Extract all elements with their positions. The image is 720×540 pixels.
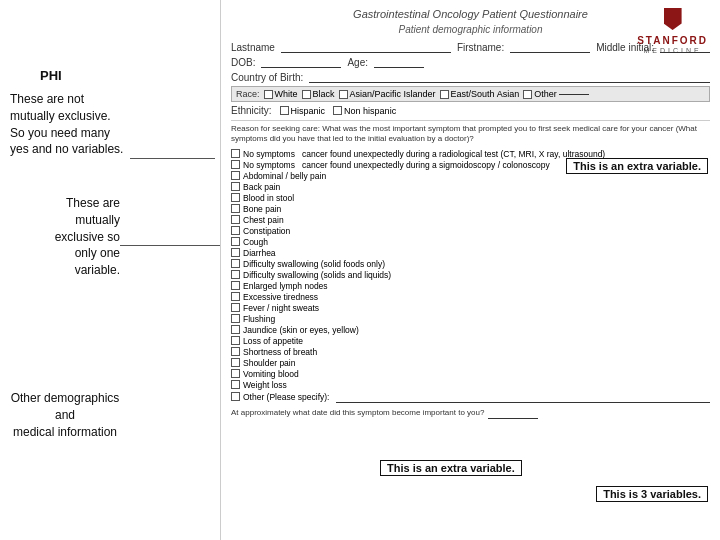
ethnicity-hispanic-checkbox[interactable] [280,106,289,115]
annotation-arrow-1 [130,158,215,159]
symptom-cb-19[interactable] [231,358,240,367]
symptom-label-9: Diarrhea [243,248,276,258]
race-other[interactable]: Other [523,89,589,99]
symptom-label-17: Loss of appetite [243,336,303,346]
symptom-label-1: No symptoms cancer found unexpectedly du… [243,160,550,170]
symptom-cb-13[interactable] [231,292,240,301]
symptom-label-16: Jaundice (skin or eyes, yellow) [243,325,359,335]
symptom-cb-17[interactable] [231,336,240,345]
symptom-cb-0[interactable] [231,149,240,158]
symptom-label-22: Other (Please specify): [243,392,329,402]
ethnicity-non-hispanic-label: Non hispanic [344,106,396,116]
firstname-label: Firstname: [457,42,504,53]
country-input[interactable] [309,71,710,83]
symptom-cb-9[interactable] [231,248,240,257]
country-row: Country of Birth: [231,71,710,83]
dob-label: DOB: [231,57,255,68]
age-label: Age: [347,57,368,68]
name-row: Lastname Firstname: Middle initial: [231,41,710,53]
three-variables-badge: This is 3 variables. [596,486,708,502]
symptom-item: Excessive tiredness [231,292,710,302]
symptom-label-14: Fever / night sweats [243,303,319,313]
dob-input[interactable] [261,56,341,68]
form-panel: Gastrointestinal Oncology Patient Questi… [220,0,720,540]
symptom-cb-10[interactable] [231,259,240,268]
symptom-item: Shortness of breath [231,347,710,357]
symptom-cb-11[interactable] [231,270,240,279]
race-other-checkbox[interactable] [523,90,532,99]
symptom-label-0: No symptoms cancer found unexpectedly du… [243,149,605,159]
symptom-cb-4[interactable] [231,193,240,202]
symptom-label-19: Shoulder pain [243,358,295,368]
at-approx-input[interactable] [488,407,538,419]
symptom-cb-6[interactable] [231,215,240,224]
symptom-label-15: Flushing [243,314,275,324]
symptom-item: Vomiting blood [231,369,710,379]
section-title: Patient demographic information [231,24,710,35]
symptom-item: Chest pain [231,215,710,225]
symptom-label-3: Back pain [243,182,280,192]
symptom-item: Constipation [231,226,710,236]
symptom-label-13: Excessive tiredness [243,292,318,302]
race-black-checkbox[interactable] [302,90,311,99]
annotation-panel: PHI These are not mutually exclusive. So… [0,60,215,178]
extra-variable-shoulder-badge: This is an extra variable. [380,460,522,476]
ethnicity-non-hispanic-checkbox[interactable] [333,106,342,115]
race-label: Race: [236,89,260,99]
race-black[interactable]: Black [302,89,335,99]
symptom-label-2: Abdominal / belly pain [243,171,326,181]
symptom-cb-5[interactable] [231,204,240,213]
form-title: Gastrointestinal Oncology Patient Questi… [231,8,710,20]
mutually-exclusive-annotation: These are mutually exclusive so only one… [10,195,120,279]
symptom-item: Jaundice (skin or eyes, yellow) [231,325,710,335]
ethnicity-hispanic[interactable]: Hispanic [280,106,326,116]
race-east-south-label: East/South Asian [451,89,520,99]
symptom-label-18: Shortness of breath [243,347,317,357]
symptom-label-21: Weight loss [243,380,287,390]
middle-initial-input[interactable] [660,41,710,53]
symptom-cb-1[interactable] [231,160,240,169]
symptom-cb-8[interactable] [231,237,240,246]
symptom-cb-22[interactable] [231,392,240,401]
symptom-cb-15[interactable] [231,314,240,323]
symptom-cb-2[interactable] [231,171,240,180]
lastname-input[interactable] [281,41,451,53]
symptom-list: No symptoms cancer found unexpectedly du… [231,149,710,409]
race-other-input[interactable] [559,94,589,95]
symptom-item: Fever / night sweats [231,303,710,313]
symptom-other-input[interactable] [336,391,710,403]
race-white[interactable]: White [264,89,298,99]
age-input[interactable] [374,56,424,68]
symptom-cb-12[interactable] [231,281,240,290]
symptom-item: Flushing [231,314,710,324]
race-asian-pacific-checkbox[interactable] [339,90,348,99]
symptom-label-5: Bone pain [243,204,281,214]
symptom-item: Weight loss [231,380,710,390]
symptom-cb-16[interactable] [231,325,240,334]
symptom-label-20: Vomiting blood [243,369,299,379]
race-white-label: White [275,89,298,99]
ethnicity-hispanic-label: Hispanic [291,106,326,116]
symptom-cb-21[interactable] [231,380,240,389]
reason-text: Reason for seeking care: What was the mo… [231,120,710,145]
ethnicity-non-hispanic[interactable]: Non hispanic [333,106,396,116]
extra-variable-race-badge: This is an extra variable. [566,158,708,174]
symptom-cb-14[interactable] [231,303,240,312]
race-asian-pacific[interactable]: Asian/Pacific Islander [339,89,436,99]
symptom-cb-18[interactable] [231,347,240,356]
phi-label: PHI [40,68,205,83]
symptom-item: Difficulty swallowing (solids and liquid… [231,270,710,280]
at-approx-label: At approximately what date did this symp… [231,408,484,417]
symptom-cb-3[interactable] [231,182,240,191]
race-white-checkbox[interactable] [264,90,273,99]
middle-initial-label: Middle initial: [596,42,654,53]
symptom-other-row: Other (Please specify): [231,391,710,403]
symptom-cb-7[interactable] [231,226,240,235]
race-east-south-checkbox[interactable] [440,90,449,99]
at-approx-row: At approximately what date did this symp… [231,407,710,419]
race-east-south[interactable]: East/South Asian [440,89,520,99]
symptom-item: Shoulder pain [231,358,710,368]
ethnicity-label: Ethnicity: [231,105,272,116]
firstname-input[interactable] [510,41,590,53]
symptom-cb-20[interactable] [231,369,240,378]
